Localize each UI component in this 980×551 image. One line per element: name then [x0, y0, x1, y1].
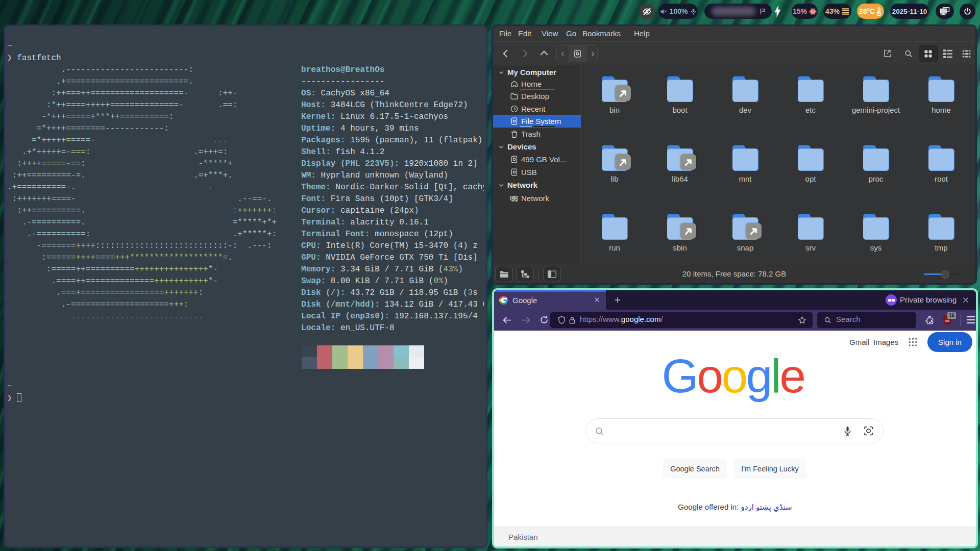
- svg-text:uo: uo: [945, 318, 949, 323]
